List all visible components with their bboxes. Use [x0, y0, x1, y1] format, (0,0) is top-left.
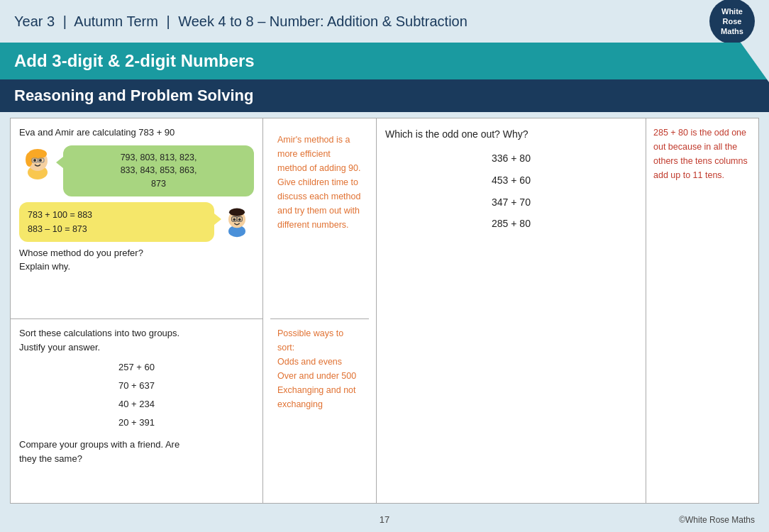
yellow-bubble-area: 783 + 100 = 883 883 – 10 = 873 [19, 202, 254, 242]
week-label: Week 4 to 8 – Number: Addition & Subtrac… [178, 13, 468, 29]
eva-amir-cell: Eva and Amir are calculating 783 + 90 [11, 118, 262, 319]
year-label: Year 3 [14, 13, 55, 29]
sep1: | [63, 13, 67, 29]
eva-amir-question: Eva and Amir are calculating 783 + 90 [19, 126, 254, 140]
calc-3: 40 + 234 [19, 395, 254, 414]
green-bubble-text: 793, 803, 813, 823, 833, 843, 853, 863, … [121, 153, 197, 189]
svg-point-12 [233, 218, 236, 221]
compare-line1: Compare your groups with a friend. Are [19, 438, 254, 452]
calc-4: 20 + 391 [19, 414, 254, 432]
calc-1: 257 + 60 [19, 358, 254, 377]
term-label: Autumn Term [74, 13, 158, 29]
left-panel: Eva and Amir are calculating 783 + 90 [10, 118, 262, 504]
odd-calc-1: 336 + 80 [385, 148, 637, 170]
logo-line3: Maths [721, 26, 743, 36]
sep2: | [166, 13, 170, 29]
boy-avatar [220, 205, 254, 239]
svg-point-5 [39, 159, 42, 162]
right-answer-panel: 285 + 80 is the odd one out because in a… [646, 118, 759, 504]
eva-amir-answer: Amir's method is a more efficient method… [270, 126, 369, 319]
calc-2: 70 + 637 [19, 377, 254, 395]
right-answer-text: 285 + 80 is the odd one out because in a… [653, 126, 751, 182]
main-content: Eva and Amir are calculating 783 + 90 [0, 112, 769, 509]
footer-brand: ©White Rose Maths [679, 515, 755, 525]
sort-line2: Justify your answer. [19, 340, 254, 355]
left-answer-panel: Amir's method is a more efficient method… [262, 118, 376, 504]
sort-answer: Possible ways to sort: Odds and evens Ov… [270, 319, 369, 496]
right-question-panel: Which is the odd one out? Why? 336 + 80 … [377, 118, 646, 504]
footer: 17 ©White Rose Maths [0, 509, 769, 529]
logo-line2: Rose [723, 16, 742, 26]
svg-point-13 [238, 218, 241, 221]
yellow-bubble: 783 + 100 = 883 883 – 10 = 873 [19, 202, 214, 242]
method-q1: Whose method do you prefer? [19, 246, 254, 260]
header-title: Year 3 | Autumn Term | Week 4 to 8 – Num… [14, 13, 468, 30]
method-q2: Explain why. [19, 260, 254, 274]
logo: White Rose Maths [709, 0, 755, 44]
sort-cell: Sort these calculations into two groups.… [11, 319, 262, 503]
sort-intro: Sort these calculations into two groups.… [19, 326, 254, 354]
odd-question: Which is the odd one out? Why? [385, 127, 637, 142]
calc-list: 257 + 60 70 + 637 40 + 234 20 + 391 [19, 358, 254, 432]
section-title-bar: Reasoning and Problem Solving [0, 79, 769, 112]
logo-line1: White [721, 6, 743, 16]
green-bubble: 793, 803, 813, 823, 833, 843, 853, 863, … [63, 145, 254, 196]
odd-calc-2: 453 + 60 [385, 170, 637, 192]
odd-calc-3: 347 + 70 [385, 192, 637, 214]
svg-point-11 [229, 208, 245, 216]
odd-list: 336 + 80 453 + 60 347 + 70 285 + 80 [385, 148, 637, 235]
compare-question: Compare your groups with a friend. Are t… [19, 438, 254, 465]
yellow-line1: 783 + 100 = 883 [28, 208, 206, 222]
girl-avatar [19, 145, 56, 182]
sort-line1: Sort these calculations into two groups. [19, 326, 254, 340]
eva-amir-answer-text: Amir's method is a more efficient method… [277, 133, 362, 232]
sort-answer-line3: Over and under 500 [277, 369, 362, 383]
lesson-title: Add 3-digit & 2-digit Numbers [14, 51, 755, 71]
compare-line2: they the same? [19, 452, 254, 466]
sort-answer-line4: Exchanging and not exchanging [277, 383, 362, 411]
header: Year 3 | Autumn Term | Week 4 to 8 – Num… [0, 0, 769, 43]
bubbles-area: 793, 803, 813, 823, 833, 843, 853, 863, … [19, 145, 254, 196]
sort-answer-line1: Possible ways to sort: [277, 326, 362, 355]
svg-point-4 [33, 159, 36, 162]
odd-calc-4: 285 + 80 [385, 213, 637, 235]
page-number: 17 [380, 514, 389, 525]
yellow-line2: 883 – 10 = 873 [28, 222, 206, 236]
method-question: Whose method do you prefer? Explain why. [19, 246, 254, 274]
lesson-title-bar: Add 3-digit & 2-digit Numbers [0, 43, 769, 79]
section-title: Reasoning and Problem Solving [14, 87, 755, 105]
sort-answer-line2: Odds and evens [277, 355, 362, 369]
